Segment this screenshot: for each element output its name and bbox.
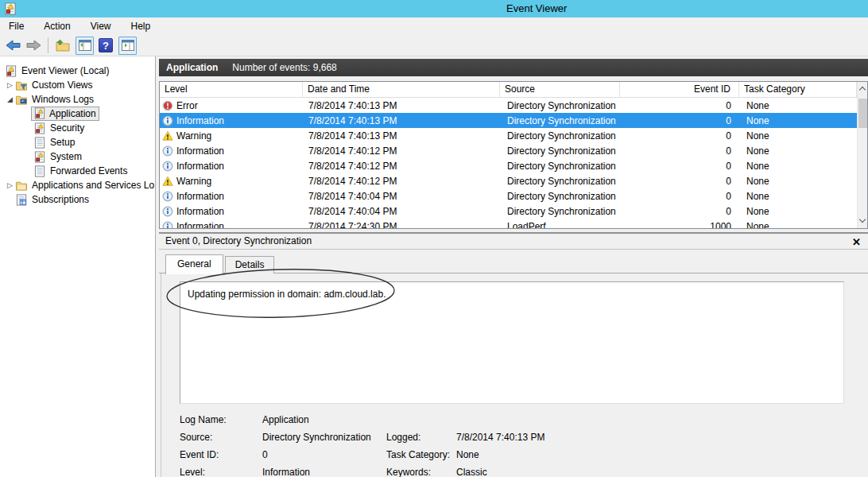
menu-file[interactable]: File (2, 19, 31, 33)
tree-item-application[interactable]: Application (0, 107, 155, 121)
forwarded-events-log-icon (33, 165, 46, 177)
tree-item-setup[interactable]: Setup (0, 135, 155, 149)
cell-event-id: 0 (620, 206, 739, 217)
cell-task-category: None (739, 221, 857, 229)
cell-level: Information (160, 145, 303, 157)
tab-details[interactable]: Details (225, 256, 275, 273)
scroll-down-icon[interactable] (858, 215, 868, 227)
selected-tree-highlight: Application (31, 107, 99, 121)
log-name: Application (159, 62, 218, 73)
table-row[interactable]: Information 7/8/2014 7:24:30 PM LoadPerf… (160, 219, 857, 228)
cell-level: Information (160, 221, 303, 229)
open-saved-log-icon (56, 39, 70, 52)
tree-label: Forwarded Events (50, 165, 127, 176)
field-row: Source: Directory Synchronization Logged… (159, 432, 868, 444)
menu-view[interactable]: View (83, 19, 118, 33)
app-body: Event Viewer (Local) ▷ Custom Views ◢ Wi… (0, 56, 868, 477)
expander-icon[interactable]: ▷ (5, 181, 15, 189)
cell-level: Warning (160, 130, 303, 142)
cell-event-id: 0 (620, 130, 739, 142)
table-row[interactable]: Information 7/8/2014 7:40:12 PM Director… (160, 158, 857, 173)
vertical-scrollbar[interactable] (857, 82, 867, 228)
cell-level: Information (160, 161, 303, 172)
close-icon[interactable]: ✕ (852, 235, 861, 250)
back-button[interactable] (4, 36, 23, 55)
column-header-task-category[interactable]: Task Category (739, 82, 857, 97)
field-value: None (456, 449, 479, 460)
table-header: Level Date and Time Source Event ID Task… (160, 82, 867, 98)
event-viewer-app-icon (4, 2, 17, 15)
toolbar-separator (48, 37, 48, 53)
field-row: Level: Information Keywords: Classic (159, 467, 868, 477)
tree-label: Setup (50, 137, 75, 148)
cell-date: 7/8/2014 7:40:13 PM (303, 100, 500, 111)
cell-event-id: 0 (620, 115, 739, 126)
tree-label: Applications and Services Lo (32, 180, 154, 191)
show-hide-action-pane-button[interactable] (118, 37, 137, 55)
tree-item-system[interactable]: System (0, 149, 155, 164)
help-button[interactable]: ? (96, 36, 115, 55)
events-count: Number of events: 9,668 (232, 62, 336, 73)
column-header-source[interactable]: Source (500, 82, 620, 97)
information-icon (162, 115, 173, 126)
tree-item-windows-logs[interactable]: ◢ Windows Logs (0, 92, 155, 107)
column-header-date[interactable]: Date and Time (303, 82, 500, 97)
forward-arrow-icon (25, 40, 41, 51)
cell-task-category: None (739, 145, 857, 157)
menu-action[interactable]: Action (37, 19, 77, 33)
preview-tabs: General Details (165, 254, 276, 273)
table-row[interactable]: Warning 7/8/2014 7:40:13 PM Directory Sy… (160, 128, 857, 143)
cell-event-id: 0 (620, 176, 739, 187)
show-hide-console-tree-button[interactable] (76, 37, 94, 55)
cell-level: Information (160, 191, 303, 202)
menu-help[interactable]: Help (124, 19, 158, 33)
cell-source: Directory Synchronization (500, 191, 620, 202)
open-saved-log-button[interactable] (53, 36, 72, 55)
table-row[interactable]: Warning 7/8/2014 7:40:12 PM Directory Sy… (160, 173, 857, 188)
scrollbar-thumb[interactable] (858, 99, 867, 128)
information-icon (162, 221, 173, 229)
column-header-level[interactable]: Level (160, 82, 303, 97)
cell-source: LoadPerf (500, 221, 620, 229)
table-row[interactable]: Information 7/8/2014 7:40:12 PM Director… (160, 143, 857, 158)
field-value: Classic (456, 467, 487, 477)
scroll-up-icon[interactable] (858, 83, 868, 95)
table-row[interactable]: Information 7/8/2014 7:40:04 PM Director… (160, 188, 857, 204)
window-titlebar: Event Viewer (0, 0, 868, 17)
tree-item-applications-and-services[interactable]: ▷ Applications and Services Lo (0, 178, 155, 192)
cell-task-category: None (739, 130, 857, 142)
tree-item-security[interactable]: Security (0, 121, 155, 135)
forward-button[interactable] (24, 36, 43, 55)
action-pane-icon (122, 40, 134, 51)
level-text: Information (176, 191, 224, 202)
tree-item-forwarded-events[interactable]: Forwarded Events (0, 164, 155, 178)
event-list: Level Date and Time Source Event ID Task… (159, 81, 868, 229)
cell-source: Directory Synchronization (500, 206, 620, 217)
tree-item-event-viewer-local[interactable]: Event Viewer (Local) (0, 64, 155, 78)
cell-task-category: None (739, 191, 857, 202)
tree-item-custom-views[interactable]: ▷ Custom Views (0, 78, 155, 92)
table-row[interactable]: Error 7/8/2014 7:40:13 PM Directory Sync… (160, 98, 857, 113)
tab-general[interactable]: General (165, 254, 223, 274)
expander-icon[interactable]: ▷ (5, 81, 15, 89)
expander-icon[interactable]: ◢ (5, 95, 15, 103)
console-tree: Event Viewer (Local) ▷ Custom Views ◢ Wi… (0, 56, 156, 477)
cell-date: 7/8/2014 7:40:12 PM (303, 145, 500, 157)
tree-item-subscriptions[interactable]: Subscriptions (0, 192, 155, 207)
cell-level: Warning (160, 176, 303, 187)
field-row: Log Name: Application (159, 414, 868, 427)
field-label: Keywords: (386, 467, 431, 477)
cell-task-category: None (739, 100, 857, 111)
window-title: Event Viewer (506, 2, 567, 14)
cell-date: 7/8/2014 7:40:04 PM (303, 191, 500, 202)
column-header-event-id[interactable]: Event ID (620, 82, 739, 97)
cell-event-id: 0 (620, 191, 739, 202)
help-icon: ? (99, 38, 113, 52)
table-row[interactable]: Information 7/8/2014 7:40:04 PM Director… (160, 204, 857, 219)
folder-icon (15, 180, 28, 192)
event-message-box[interactable]: Updating permission in domain: adm.cloud… (180, 281, 844, 404)
table-row-selected[interactable]: Information 7/8/2014 7:40:13 PM Director… (160, 113, 857, 128)
field-label: Log Name: (180, 414, 227, 425)
cell-date: 7/8/2014 7:24:30 PM (303, 221, 500, 229)
tree-label: Security (50, 122, 84, 134)
